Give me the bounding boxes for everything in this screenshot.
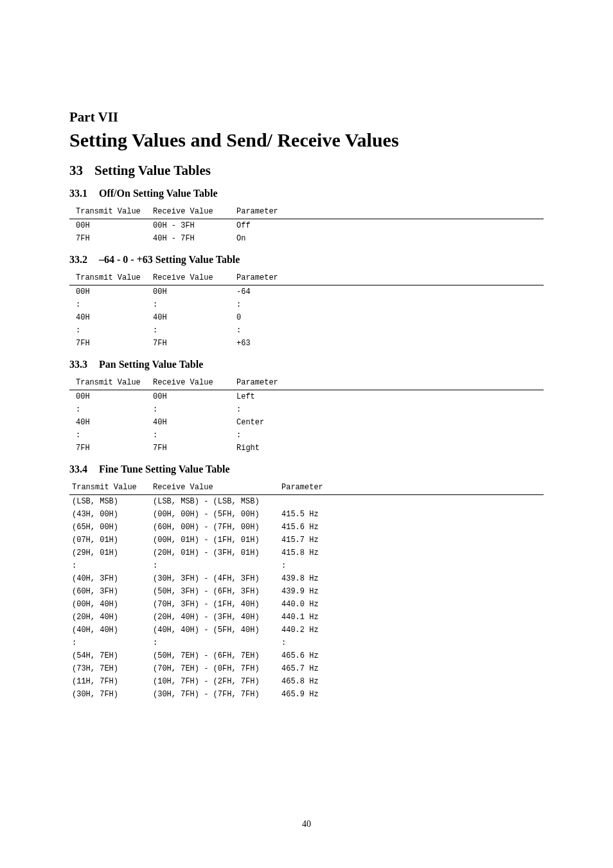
cell-parameter: 415.5 Hz [281, 508, 544, 521]
cell-receive: (00H, 00H) - (5FH, 00H) [153, 508, 281, 521]
part-title: Setting Values and Send/ Receive Values [69, 129, 544, 151]
cell-transmit: : [69, 637, 153, 649]
cell-parameter: On [236, 232, 544, 245]
table-row: ::: [69, 324, 544, 337]
cell-transmit: : [69, 298, 153, 311]
header-receive: Receive Value [153, 377, 236, 390]
cell-transmit: (73H, 7EH) [69, 662, 153, 675]
table-row: 7FH7FHRight [69, 442, 544, 455]
table-row: 7FH7FH+63 [69, 337, 544, 350]
cell-receive: 00H - 3FH [153, 219, 236, 233]
table-row: (30H, 7FH)(30H, 7FH) - (7FH, 7FH)465.9 H… [69, 688, 544, 701]
cell-parameter: 439.8 Hz [281, 572, 544, 585]
cell-parameter: Left [236, 390, 544, 404]
part-label: Part VII [69, 109, 544, 125]
cell-receive: (40H, 40H) - (5FH, 40H) [153, 624, 281, 637]
cell-parameter: 465.9 Hz [281, 688, 544, 701]
cell-parameter: Right [236, 442, 544, 455]
table-row: (07H, 01H)(00H, 01H) - (1FH, 01H)415.7 H… [69, 534, 544, 547]
cell-transmit: 00H [69, 219, 153, 233]
cell-parameter: 415.7 Hz [281, 534, 544, 547]
table-row: ::: [69, 429, 544, 442]
table-row: (40H, 40H)(40H, 40H) - (5FH, 40H)440.2 H… [69, 624, 544, 637]
cell-receive: (20H, 40H) - (3FH, 40H) [153, 611, 281, 624]
cell-receive: (LSB, MSB) - (LSB, MSB) [153, 495, 281, 509]
header-parameter: Parameter [236, 272, 544, 285]
header-transmit: Transmit Value [69, 272, 153, 285]
subsection-title: Off/On Setting Value Table [99, 188, 218, 199]
cell-receive: : [153, 298, 236, 311]
table-row: 00H00H-64 [69, 285, 544, 299]
cell-receive: (60H, 00H) - (7FH, 00H) [153, 521, 281, 534]
cell-receive: 40H [153, 311, 236, 324]
table-row: ::: [69, 637, 544, 649]
cell-receive: (50H, 3FH) - (6FH, 3FH) [153, 585, 281, 598]
cell-transmit: (07H, 01H) [69, 534, 153, 547]
cell-parameter: 0 [236, 311, 544, 324]
cell-transmit: 7FH [69, 232, 153, 245]
header-parameter: Parameter [281, 482, 544, 495]
cell-transmit: (11H, 7FH) [69, 675, 153, 688]
cell-receive: (70H, 3FH) - (1FH, 40H) [153, 598, 281, 611]
header-transmit: Transmit Value [69, 482, 153, 495]
cell-receive: : [153, 324, 236, 337]
header-parameter: Parameter [236, 206, 544, 219]
subsection-title: Fine Tune Setting Value Table [99, 464, 230, 475]
cell-parameter: : [236, 298, 544, 311]
table-pan: Transmit Value Receive Value Parameter 0… [69, 377, 544, 455]
cell-transmit: (40H, 3FH) [69, 572, 153, 585]
cell-parameter: : [281, 637, 544, 649]
cell-parameter: 415.8 Hz [281, 547, 544, 559]
table-row: ::: [69, 298, 544, 311]
cell-transmit: 00H [69, 285, 153, 299]
table-row: 00H00H - 3FHOff [69, 219, 544, 233]
table-row: ::: [69, 403, 544, 416]
header-parameter: Parameter [236, 377, 544, 390]
cell-parameter: 415.6 Hz [281, 521, 544, 534]
table-row: (65H, 00H)(60H, 00H) - (7FH, 00H)415.6 H… [69, 521, 544, 534]
table-row: 7FH40H - 7FHOn [69, 232, 544, 245]
table-header-row: Transmit Value Receive Value Parameter [69, 377, 544, 390]
table-row: (29H, 01H)(20H, 01H) - (3FH, 01H)415.8 H… [69, 547, 544, 559]
table-header-row: Transmit Value Receive Value Parameter [69, 272, 544, 285]
table-off-on: Transmit Value Receive Value Parameter 0… [69, 206, 544, 245]
cell-transmit: : [69, 559, 153, 572]
cell-parameter: : [236, 429, 544, 442]
subsection-heading-33-2: 33.2–64 - 0 - +63 Setting Value Table [69, 254, 544, 266]
table-header-row: Transmit Value Receive Value Parameter [69, 206, 544, 219]
cell-transmit: 7FH [69, 337, 153, 350]
section-number: 33 [69, 163, 83, 179]
table-row: (LSB, MSB)(LSB, MSB) - (LSB, MSB) [69, 495, 544, 509]
subsection-number: 33.4 [69, 464, 87, 475]
cell-parameter: -64 [236, 285, 544, 299]
table-row: (73H, 7EH)(70H, 7EH) - (0FH, 7FH)465.7 H… [69, 662, 544, 675]
cell-transmit: 7FH [69, 442, 153, 455]
header-receive: Receive Value [153, 206, 236, 219]
subsection-title: Pan Setting Value Table [99, 359, 203, 370]
cell-receive: (20H, 01H) - (3FH, 01H) [153, 547, 281, 559]
cell-transmit: (54H, 7EH) [69, 649, 153, 662]
cell-parameter: +63 [236, 337, 544, 350]
cell-receive: 40H - 7FH [153, 232, 236, 245]
subsection-number: 33.1 [69, 188, 87, 199]
table-row: (60H, 3FH)(50H, 3FH) - (6FH, 3FH)439.9 H… [69, 585, 544, 598]
header-transmit: Transmit Value [69, 206, 153, 219]
cell-receive: 00H [153, 390, 236, 404]
cell-transmit: (29H, 01H) [69, 547, 153, 559]
cell-receive: : [153, 559, 281, 572]
cell-parameter: 465.8 Hz [281, 675, 544, 688]
table-header-row: Transmit Value Receive Value Parameter [69, 482, 544, 495]
cell-transmit: 40H [69, 416, 153, 429]
cell-transmit: : [69, 324, 153, 337]
cell-transmit: (40H, 40H) [69, 624, 153, 637]
table-row: 00H00HLeft [69, 390, 544, 404]
table-row: ::: [69, 559, 544, 572]
cell-parameter: 440.0 Hz [281, 598, 544, 611]
cell-receive: : [153, 637, 281, 649]
cell-receive: 7FH [153, 442, 236, 455]
subsection-heading-33-4: 33.4Fine Tune Setting Value Table [69, 464, 544, 475]
section-title: Setting Value Tables [94, 163, 211, 178]
cell-transmit: 40H [69, 311, 153, 324]
table-fine-tune: Transmit Value Receive Value Parameter (… [69, 482, 544, 701]
cell-receive: (00H, 01H) - (1FH, 01H) [153, 534, 281, 547]
